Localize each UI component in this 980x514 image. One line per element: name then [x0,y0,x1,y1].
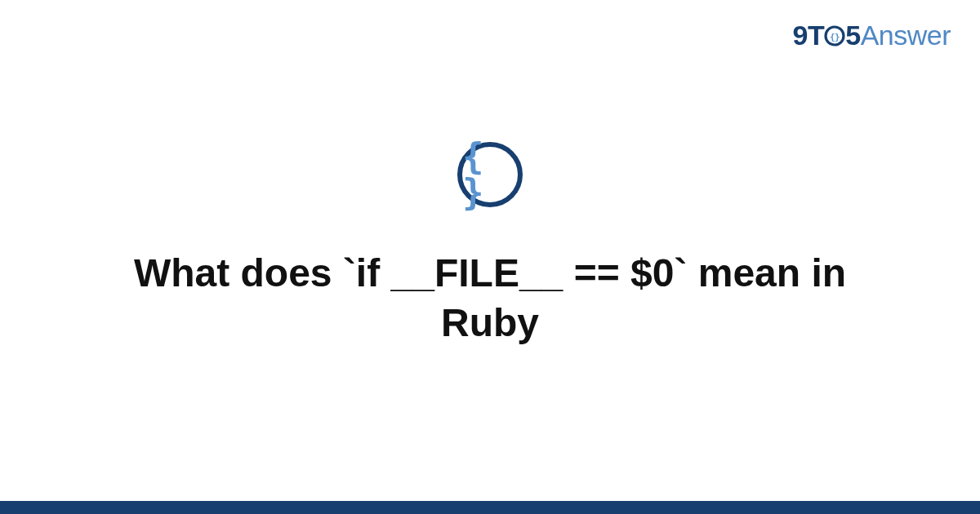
bottom-accent-bar [0,501,980,514]
question-title: What does `if __FILE__ == $0` mean in Ru… [98,248,882,348]
braces-icon: { } [462,139,518,210]
category-icon-circle: { } [457,142,523,207]
main-content: { } What does `if __FILE__ == $0` mean i… [0,0,980,514]
